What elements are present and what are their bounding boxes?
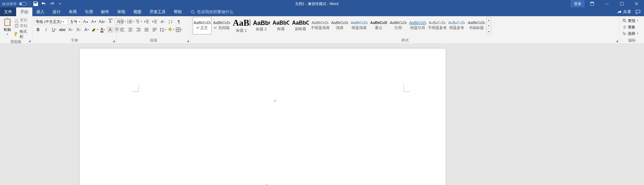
- align-right-icon[interactable]: [135, 26, 142, 33]
- share-button[interactable]: 共享: [617, 9, 631, 15]
- increase-indent-icon[interactable]: [151, 18, 158, 25]
- style-card[interactable]: AaBbC标题: [271, 17, 290, 34]
- font-color-icon[interactable]: A▾: [99, 26, 106, 33]
- line-spacing-icon[interactable]: ▾: [159, 26, 166, 33]
- clipboard-launcher-icon[interactable]: ◢: [27, 39, 31, 43]
- style-card[interactable]: AaBbCcDd↵ 正文: [193, 17, 212, 34]
- paste-button[interactable]: 📋 粘贴 ▾: [2, 17, 13, 36]
- style-card[interactable]: AaBbCcDd引用: [389, 17, 408, 34]
- change-case-icon[interactable]: Aa▾: [98, 18, 106, 25]
- login-button[interactable]: 登录: [571, 0, 585, 7]
- style-card[interactable]: AaBbCcDd明显参考: [447, 17, 466, 34]
- text-effects-icon[interactable]: A▾: [83, 26, 90, 33]
- svg-rect-15: [129, 20, 132, 20]
- paste-label: 粘贴: [4, 27, 11, 32]
- style-card[interactable]: AaBbCcD要点: [369, 17, 388, 34]
- superscript-icon[interactable]: X2: [75, 26, 82, 33]
- autosave-toggle[interactable]: [19, 2, 27, 5]
- align-distributed-icon[interactable]: [151, 26, 158, 33]
- svg-rect-23: [146, 20, 149, 20]
- align-left-icon[interactable]: [119, 26, 126, 33]
- shading-icon[interactable]: ▾: [167, 26, 174, 33]
- asian-layout-icon[interactable]: A▾: [159, 18, 166, 25]
- style-card[interactable]: AaBbCcDd不明显强调: [311, 17, 329, 34]
- bullets-icon[interactable]: ▾: [119, 18, 126, 25]
- underline-icon[interactable]: U▾: [51, 26, 58, 33]
- show-marks-icon[interactable]: ¶: [175, 18, 183, 25]
- tab-layout[interactable]: 布局: [65, 7, 81, 16]
- tab-file[interactable]: 文件: [0, 7, 16, 16]
- subscript-icon[interactable]: X2: [67, 26, 74, 33]
- select-button[interactable]: 选择▾: [622, 30, 639, 36]
- style-card[interactable]: AaBbC副标题: [291, 17, 310, 34]
- style-card[interactable]: AaBbCcDd明显强调: [350, 17, 368, 34]
- undo-icon[interactable]: [41, 1, 47, 7]
- style-card[interactable]: AaBbC标题 2: [252, 17, 271, 34]
- tab-review[interactable]: 审阅: [113, 7, 129, 16]
- ribbon: 📋 粘贴 ▾ 剪切 复制 格式刷 剪贴板 ◢ 等线 (中文正文)▾ 五号▾ A▲…: [0, 16, 644, 44]
- tab-mailings[interactable]: 邮件: [97, 7, 113, 16]
- replace-button[interactable]: 替换: [622, 24, 636, 30]
- tab-view[interactable]: 视图: [129, 7, 146, 16]
- style-preview: AaBbCcDd: [312, 21, 328, 25]
- svg-rect-21: [136, 21, 139, 22]
- align-justify-icon[interactable]: [143, 26, 150, 33]
- style-card[interactable]: AaBbCcDd不明显参考: [428, 17, 447, 34]
- style-preview: AaBbC: [253, 20, 270, 26]
- style-preview: AaBbCcDd: [213, 21, 230, 25]
- style-card[interactable]: AaBbCcDd书籍标题: [467, 17, 486, 34]
- numbering-icon[interactable]: 123▾: [127, 18, 134, 25]
- redo-icon[interactable]: [49, 1, 55, 7]
- paragraph-launcher-icon[interactable]: ◢: [186, 39, 190, 43]
- style-card[interactable]: AaBl标题 1: [232, 17, 251, 34]
- page[interactable]: ↲: [80, 49, 446, 185]
- align-center-icon[interactable]: [127, 26, 134, 33]
- style-preview: AaBbC: [292, 20, 309, 26]
- phonetic-guide-icon[interactable]: Awén: [106, 18, 114, 25]
- tab-insert[interactable]: 插入: [32, 7, 49, 16]
- tab-references[interactable]: 引用: [81, 7, 97, 16]
- sort-icon[interactable]: AZ: [167, 18, 174, 25]
- comments-icon[interactable]: [634, 9, 642, 15]
- highlight-icon[interactable]: ▾: [91, 26, 98, 33]
- svg-rect-44: [153, 29, 157, 30]
- tab-developer[interactable]: 开发工具: [146, 7, 170, 16]
- style-card[interactable]: AaBbCcDd强调: [330, 17, 349, 34]
- cut-button[interactable]: 剪切: [14, 18, 30, 23]
- strikethrough-icon[interactable]: abc: [59, 26, 66, 33]
- styles-group-label: 样式: [193, 38, 617, 44]
- document-area[interactable]: ↲: [0, 44, 644, 185]
- font-size-combo[interactable]: 五号▾: [69, 18, 82, 25]
- tab-home[interactable]: 开始: [16, 7, 32, 16]
- copy-button[interactable]: 复制: [14, 23, 30, 28]
- styles-launcher-icon[interactable]: ◢: [615, 39, 619, 43]
- character-shading-icon[interactable]: A: [107, 27, 113, 33]
- style-name: 明显参考: [449, 25, 464, 30]
- style-card[interactable]: AaBbCcDd↵ 无间隔: [212, 17, 231, 34]
- tab-design[interactable]: 设计: [49, 7, 65, 16]
- tab-help[interactable]: 帮助: [170, 7, 186, 16]
- font-name-combo[interactable]: 等线 (中文正文)▾: [34, 18, 68, 25]
- borders-icon[interactable]: ▾: [175, 26, 183, 33]
- italic-icon[interactable]: I: [42, 26, 50, 33]
- qat-customize-icon[interactable]: ▾: [57, 1, 63, 7]
- style-card[interactable]: AaBbCcDd明显引用: [408, 17, 427, 34]
- maximize-icon[interactable]: [614, 0, 629, 7]
- save-icon[interactable]: [33, 1, 39, 7]
- tell-me-search[interactable]: 告诉我你想要做什么: [186, 7, 233, 16]
- minimize-icon[interactable]: [600, 0, 614, 7]
- format-painter-button[interactable]: 格式刷: [14, 29, 30, 39]
- multilevel-list-icon[interactable]: ▾: [135, 18, 142, 25]
- ribbon-display-icon[interactable]: [585, 0, 600, 7]
- shrink-font-icon[interactable]: A▼: [90, 18, 98, 25]
- bold-icon[interactable]: B: [34, 26, 42, 33]
- styles-scroll-up-icon[interactable]: ▴: [487, 17, 491, 23]
- close-icon[interactable]: [629, 0, 644, 7]
- styles-expand-icon[interactable]: ▾: [487, 29, 491, 34]
- group-clipboard: 📋 粘贴 ▾ 剪切 复制 格式刷 剪贴板 ◢: [0, 16, 32, 44]
- find-button[interactable]: 查找▾: [622, 18, 639, 24]
- grow-font-icon[interactable]: A▲: [82, 18, 90, 25]
- decrease-indent-icon[interactable]: [143, 18, 150, 25]
- font-launcher-icon[interactable]: ◢: [111, 39, 116, 43]
- styles-scroll-down-icon[interactable]: ▾: [487, 23, 491, 29]
